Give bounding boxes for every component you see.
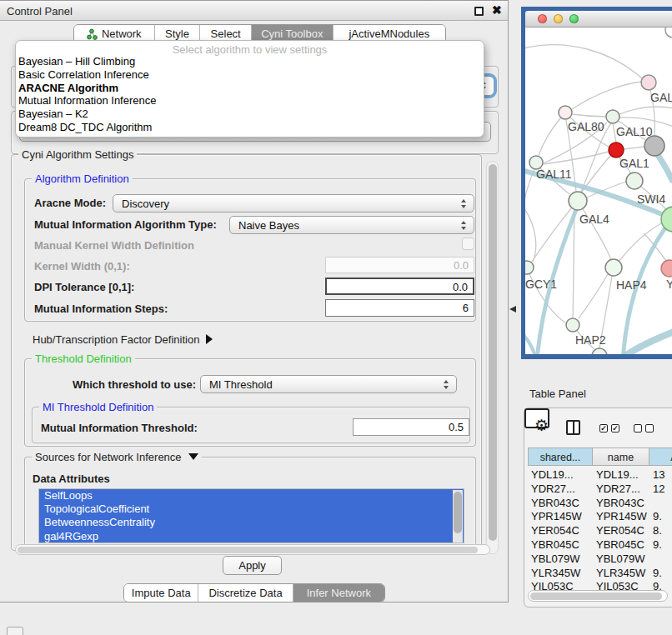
table-cell: YER054C (531, 524, 591, 537)
table-cell: YBR045C (596, 538, 648, 551)
table-horizontal-scrollbar[interactable] (528, 590, 668, 602)
table-row[interactable]: YDR27...YDR27...12 (528, 482, 672, 497)
network-edge[interactable] (573, 210, 574, 318)
cyni-mode-tab-bar: Impute DataDiscretize DataInfer Network (123, 583, 385, 602)
network-graph[interactable]: GALGAL80GAL10GAL1SWI4GAL11GAL4GCY1HAP4YH… (525, 28, 672, 354)
network-icon (87, 28, 98, 40)
network-edge[interactable] (525, 202, 536, 262)
checked-box-icon[interactable]: ✓ (611, 424, 619, 432)
table-cell: YPR145W (596, 510, 648, 522)
network-node[interactable] (665, 28, 672, 38)
table-row[interactable]: YBR045CYBR045C9. (528, 538, 672, 552)
dpi-tolerance-field[interactable]: 0.0 (325, 278, 474, 295)
unchecked-box-icon[interactable] (645, 424, 654, 432)
network-edge-highlighted[interactable] (525, 330, 536, 354)
settings-vertical-scrollbar[interactable] (486, 161, 499, 554)
mi-type-combobox[interactable]: Naive Bayes (229, 216, 474, 234)
data-attributes-list[interactable]: SelfLoopsTopologicalCoefficientBetweenne… (38, 488, 464, 543)
aracne-mode-combobox[interactable]: Discovery (113, 194, 474, 212)
column-header[interactable]: name (593, 448, 649, 466)
float-window-icon[interactable] (474, 7, 484, 16)
network-view-window[interactable]: GALGAL80GAL10GAL1SWI4GAL11GAL4GCY1HAP4YH… (521, 7, 672, 359)
table-cell: YLR345W (531, 567, 591, 579)
zoom-traffic-light[interactable] (569, 14, 579, 23)
node-label: SWI4 (637, 192, 665, 206)
table-cell: YBR043C (531, 497, 591, 509)
table-cell: YER054C (596, 524, 648, 537)
close-traffic-light[interactable] (538, 14, 547, 23)
settings-horizontal-scrollbar[interactable] (15, 544, 490, 555)
gear-icon[interactable]: ⚙ (534, 416, 549, 435)
table-row[interactable]: YBL079WYBL079W (528, 552, 672, 567)
network-edge[interactable] (543, 152, 609, 164)
network-edge[interactable] (573, 114, 606, 117)
network-node-y[interactable] (661, 260, 672, 277)
unchecked-box-icon[interactable] (634, 424, 642, 432)
table-row[interactable]: YLR345WYLR345W9. (528, 567, 672, 581)
dropdown-item[interactable]: Bayesian – Hill Climbing (16, 55, 484, 68)
network-node-gal4[interactable] (569, 192, 587, 210)
table-row[interactable]: YPR145WYPR145W9. (528, 510, 672, 524)
table-cell: 9. (653, 538, 672, 551)
network-node-gal1[interactable] (609, 142, 624, 158)
close-icon[interactable]: ✖ (492, 3, 502, 17)
tab-impute-data[interactable]: Impute Data (124, 584, 198, 602)
dropdown-item[interactable]: Dream8 DC_TDC Algorithm (16, 121, 484, 134)
tab-infer-network[interactable]: Infer Network (293, 584, 384, 602)
list-scrollbar[interactable] (453, 490, 463, 542)
network-window-titlebar[interactable] (525, 11, 672, 28)
column-header[interactable]: shared... (528, 448, 593, 466)
control-panel-titlebar[interactable]: Control Panel ✖ (0, 1, 508, 21)
network-edge[interactable] (539, 118, 561, 156)
column-header[interactable]: A (649, 448, 672, 466)
network-edge[interactable] (579, 274, 608, 318)
minimize-traffic-light[interactable] (554, 14, 563, 23)
network-canvas[interactable]: GALGAL80GAL10GAL1SWI4GAL11GAL4GCY1HAP4YH… (525, 28, 672, 354)
dropdown-item[interactable]: ARACNE Algorithm (16, 82, 484, 95)
attribute-list-item[interactable]: gal4RGexp (39, 530, 464, 543)
kernel-width-field[interactable]: 0.0 (325, 257, 474, 273)
table-cell: YBL079W (531, 552, 591, 565)
attribute-list-item[interactable]: TopologicalCoefficient (39, 502, 464, 516)
network-node-hap2[interactable] (566, 318, 579, 332)
mi-threshold-field[interactable]: 0.5 (353, 418, 469, 436)
network-node-gal80[interactable] (559, 106, 572, 119)
mini-panel-icon[interactable] (7, 627, 23, 635)
network-node-hap4[interactable] (605, 259, 622, 276)
network-node-swi4[interactable] (626, 172, 643, 189)
network-node-gal10[interactable] (606, 110, 619, 123)
groupbox-title: Algorithm Definition (32, 172, 133, 185)
manual-kernel-checkbox[interactable] (462, 238, 474, 250)
mi-steps-field[interactable]: 6 (325, 299, 474, 317)
network-edge[interactable] (525, 169, 534, 233)
table-row[interactable]: YBR043CYBR043C (528, 497, 672, 511)
network-node-gal[interactable] (641, 75, 656, 90)
table-cell: YDR27... (596, 482, 648, 495)
which-threshold-combobox[interactable]: MI Threshold (200, 375, 457, 393)
attribute-list-item[interactable]: SelfLoops (39, 489, 464, 502)
dropdown-item[interactable]: Mutual Information Inference (16, 94, 484, 108)
algorithm-definition-groupbox: Algorithm Definition Aracne Mode: Discov… (24, 178, 476, 322)
mi-steps-label: Mutual Information Steps: (34, 302, 168, 315)
split-columns-icon[interactable] (566, 420, 580, 435)
dropdown-item[interactable]: Bayesian – K2 (16, 108, 484, 121)
tab-discretize-data[interactable]: Discretize Data (198, 584, 293, 602)
network-node-gcy1[interactable] (525, 261, 534, 274)
checked-box-icon[interactable]: ✓ (599, 424, 608, 432)
hub-definition-expander[interactable]: Hub/Transcription Factor Definition (33, 333, 213, 346)
dropdown-item[interactable]: Basic Correlation Inference (16, 68, 484, 82)
table-cell: YBR043C (596, 497, 648, 509)
node-label: Y (666, 278, 672, 291)
network-edge[interactable] (619, 107, 672, 114)
attribute-list-item[interactable]: BetweennessCentrality (39, 516, 464, 529)
dropdown-prompt: Select algorithm to view settings (16, 41, 484, 55)
network-edge[interactable] (572, 82, 642, 109)
apply-button[interactable]: Apply (223, 556, 282, 575)
table-row[interactable]: YDL19...YDL19...13 (528, 468, 672, 482)
combo-arrows-icon (444, 380, 449, 389)
network-edge[interactable] (624, 147, 644, 149)
network-node[interactable] (644, 136, 664, 156)
table-row[interactable]: YER054CYER054C8. (528, 524, 672, 538)
network-edge[interactable] (525, 45, 643, 79)
sources-expander[interactable]: Sources for Network Inference (32, 451, 202, 463)
